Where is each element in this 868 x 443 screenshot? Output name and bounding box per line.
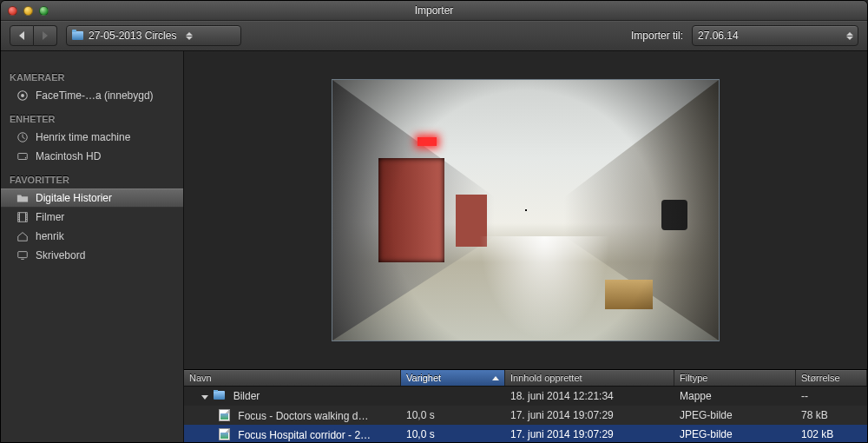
cell-name: Bilder bbox=[233, 390, 260, 402]
cell-size: 78 kB bbox=[796, 409, 867, 421]
sidebar-item-label: Macintosh HD bbox=[36, 150, 101, 162]
hdd-icon bbox=[16, 150, 29, 162]
sidebar-section-cameras: KAMERAER bbox=[1, 63, 183, 86]
cell-date: 17. juni 2014 19:07:29 bbox=[505, 428, 674, 440]
sidebar-item-label: henrik bbox=[36, 230, 64, 242]
cell-size: 102 kB bbox=[796, 428, 867, 440]
preview-area bbox=[184, 51, 867, 369]
sidebar-item-timemachine[interactable]: Henrix time machine bbox=[1, 128, 183, 147]
cell-name: Focus - Doctors walking d… bbox=[238, 410, 368, 422]
cell-type: Mappe bbox=[674, 390, 796, 402]
sidebar-item-desktop[interactable]: Skrivebord bbox=[1, 246, 183, 265]
sidebar-item-digitale-historier[interactable]: Digitale Historier bbox=[1, 188, 183, 208]
stepper-icon bbox=[185, 32, 194, 40]
sort-ascending-icon bbox=[492, 376, 499, 380]
main-panel: Navn Varighet Innhold opprettet Filtype … bbox=[184, 51, 867, 443]
cell-type: JPEG-bilde bbox=[674, 428, 796, 440]
cell-size: -- bbox=[796, 390, 867, 402]
folder-icon bbox=[72, 31, 83, 40]
path-popup[interactable]: 27-05-2013 Circles bbox=[66, 25, 241, 46]
column-header-created[interactable]: Innhold opprettet bbox=[505, 370, 674, 386]
film-icon bbox=[16, 211, 29, 223]
sidebar: KAMERAER FaceTime-…a (innebygd) ENHETER … bbox=[1, 51, 184, 443]
svg-rect-3 bbox=[18, 154, 28, 160]
sidebar-item-movies[interactable]: Filmer bbox=[1, 208, 183, 227]
import-to-popup[interactable]: 27.06.14 bbox=[692, 25, 858, 46]
chevron-right-icon bbox=[43, 31, 48, 40]
folder-icon bbox=[214, 391, 225, 400]
cell-type: JPEG-bilde bbox=[674, 409, 796, 421]
table-row[interactable]: Focus Hospital corridor - 2… 10,0 s 17. … bbox=[184, 425, 867, 443]
import-to-label: Importer til: bbox=[631, 30, 683, 42]
timemachine-icon bbox=[16, 131, 29, 143]
file-table-body: Bilder 18. juni 2014 12:21:34 Mappe -- F… bbox=[184, 387, 867, 443]
svg-rect-6 bbox=[18, 252, 28, 258]
sidebar-item-label: Skrivebord bbox=[36, 249, 85, 261]
toolbar: 27-05-2013 Circles Importer til: 27.06.1… bbox=[1, 21, 867, 51]
home-icon bbox=[16, 230, 29, 242]
chevron-left-icon bbox=[19, 31, 24, 40]
stepper-icon bbox=[845, 32, 854, 40]
cell-name: Focus Hospital corridor - 2… bbox=[238, 429, 371, 441]
table-row[interactable]: Bilder 18. juni 2014 12:21:34 Mappe -- bbox=[184, 387, 867, 406]
svg-point-4 bbox=[25, 157, 26, 158]
svg-point-1 bbox=[21, 94, 24, 97]
sidebar-item-label: Filmer bbox=[36, 211, 64, 223]
desktop-icon bbox=[16, 249, 29, 261]
import-to-value: 27.06.14 bbox=[698, 30, 739, 42]
titlebar: Importer bbox=[1, 1, 867, 21]
cell-duration: 10,0 s bbox=[401, 428, 505, 440]
preview-image[interactable] bbox=[332, 80, 719, 341]
folder-icon bbox=[16, 192, 29, 204]
sidebar-item-facetime-camera[interactable]: FaceTime-…a (innebygd) bbox=[1, 86, 183, 105]
image-file-icon bbox=[219, 428, 230, 440]
sidebar-item-label: FaceTime-…a (innebygd) bbox=[36, 89, 154, 102]
path-popup-label: 27-05-2013 Circles bbox=[89, 30, 176, 42]
sidebar-section-favorites: FAVORITTER bbox=[1, 166, 183, 188]
nav-back-button[interactable] bbox=[10, 25, 34, 46]
camera-icon bbox=[16, 89, 29, 102]
sidebar-item-macintosh-hd[interactable]: Macintosh HD bbox=[1, 147, 183, 166]
image-file-icon bbox=[219, 409, 230, 421]
cell-duration: 10,0 s bbox=[401, 409, 505, 421]
disclosure-triangle-icon[interactable] bbox=[201, 395, 208, 400]
file-table: Navn Varighet Innhold opprettet Filtype … bbox=[184, 369, 867, 443]
nav-forward-button[interactable] bbox=[34, 25, 57, 46]
column-header-size[interactable]: Størrelse bbox=[796, 370, 867, 386]
window-title: Importer bbox=[1, 4, 867, 17]
column-header-name[interactable]: Navn bbox=[184, 370, 401, 386]
sidebar-section-devices: ENHETER bbox=[1, 105, 183, 128]
cell-date: 17. juni 2014 19:07:29 bbox=[505, 409, 674, 421]
column-header-duration[interactable]: Varighet bbox=[401, 370, 505, 386]
sidebar-item-label: Henrix time machine bbox=[36, 131, 130, 143]
column-header-filetype[interactable]: Filtype bbox=[674, 370, 796, 386]
sidebar-item-home[interactable]: henrik bbox=[1, 227, 183, 246]
sidebar-item-label: Digitale Historier bbox=[36, 192, 112, 204]
cell-date: 18. juni 2014 12:21:34 bbox=[505, 390, 674, 402]
table-row[interactable]: Focus - Doctors walking d… 10,0 s 17. ju… bbox=[184, 406, 867, 425]
